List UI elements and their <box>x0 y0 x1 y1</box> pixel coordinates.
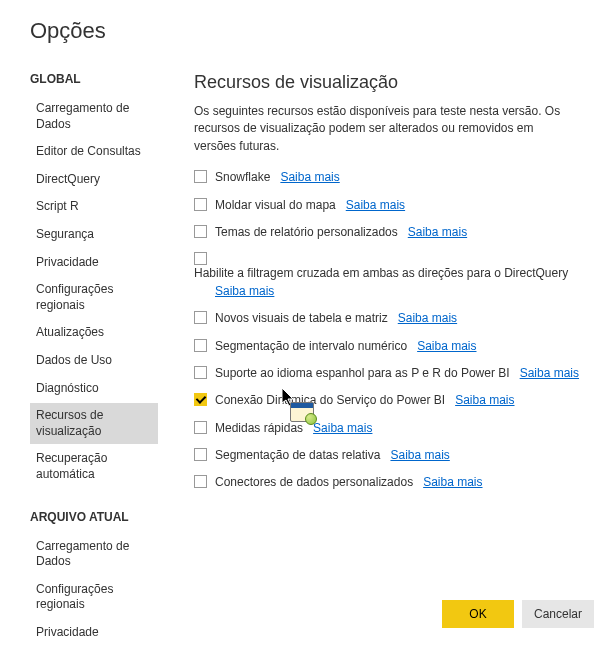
dialog-footer: OK Cancelar <box>442 600 594 628</box>
feature-label: Moldar visual do mapa <box>215 197 336 214</box>
sidebar-section-arquivo-atual: ARQUIVO ATUAL <box>30 510 158 524</box>
sidebar-item-file-privacidade[interactable]: Privacidade <box>30 620 158 646</box>
learn-more-link[interactable]: Saiba mais <box>455 392 514 409</box>
feature-filtragem-cruzada: Habilite a filtragem cruzada em ambas as… <box>194 251 594 300</box>
content-area: GLOBAL Carregamento de Dados Editor de C… <box>0 72 612 646</box>
sidebar: GLOBAL Carregamento de Dados Editor de C… <box>0 72 158 646</box>
feature-label: Conectores de dados personalizados <box>215 474 413 491</box>
learn-more-link[interactable]: Saiba mais <box>280 169 339 186</box>
feature-segmentacao-numerico: Segmentação de intervalo numérico Saiba … <box>194 338 594 355</box>
dialog-title: Opções <box>0 0 612 44</box>
sidebar-item-editor-consultas[interactable]: Editor de Consultas <box>30 139 158 165</box>
learn-more-link[interactable]: Saiba mais <box>520 365 579 382</box>
feature-snowflake: Snowflake Saiba mais <box>194 169 594 186</box>
main-title: Recursos de visualização <box>194 72 594 93</box>
feature-conectores: Conectores de dados personalizados Saiba… <box>194 474 594 491</box>
sidebar-item-atualizacoes[interactable]: Atualizações <box>30 320 158 346</box>
checkbox-temas[interactable] <box>194 225 207 238</box>
main-description: Os seguintes recursos estão disponíveis … <box>194 103 574 155</box>
sidebar-item-dados-uso[interactable]: Dados de Uso <box>30 348 158 374</box>
sidebar-item-config-regionais[interactable]: Configurações regionais <box>30 277 158 318</box>
sidebar-item-recuperacao-auto[interactable]: Recuperação automática <box>30 446 158 487</box>
feature-label: Temas de relatório personalizados <box>215 224 398 241</box>
main-panel: Recursos de visualização Os seguintes re… <box>158 72 612 646</box>
feature-label: Habilite a filtragem cruzada em ambas as… <box>194 265 568 282</box>
checkbox-conectores[interactable] <box>194 475 207 488</box>
checkbox-moldar-visual[interactable] <box>194 198 207 211</box>
feature-novos-visuais: Novos visuais de tabela e matriz Saiba m… <box>194 310 594 327</box>
sidebar-item-diagnostico[interactable]: Diagnóstico <box>30 376 158 402</box>
sidebar-item-carregamento-dados[interactable]: Carregamento de Dados <box>30 96 158 137</box>
checkbox-segm-datas[interactable] <box>194 448 207 461</box>
feature-moldar-visual: Moldar visual do mapa Saiba mais <box>194 197 594 214</box>
feature-label: Medidas rápidas <box>215 420 303 437</box>
learn-more-link[interactable]: Saiba mais <box>417 338 476 355</box>
ok-button[interactable]: OK <box>442 600 514 628</box>
checkbox-conexao-dinamica[interactable] <box>194 393 207 406</box>
checkbox-segm-num[interactable] <box>194 339 207 352</box>
sidebar-item-script-r[interactable]: Script R <box>30 194 158 220</box>
feature-label: Segmentação de datas relativa <box>215 447 380 464</box>
learn-more-link[interactable]: Saiba mais <box>313 420 372 437</box>
feature-medidas-rapidas: Medidas rápidas Saiba mais <box>194 420 594 437</box>
learn-more-link[interactable]: Saiba mais <box>398 310 457 327</box>
feature-label: Novos visuais de tabela e matriz <box>215 310 388 327</box>
feature-temas-relatorio: Temas de relatório personalizados Saiba … <box>194 224 594 241</box>
learn-more-link[interactable]: Saiba mais <box>390 447 449 464</box>
checkbox-espanhol[interactable] <box>194 366 207 379</box>
feature-suporte-espanhol: Suporte ao idioma espanhol para as P e R… <box>194 365 594 382</box>
feature-label: Suporte ao idioma espanhol para as P e R… <box>215 365 510 382</box>
sidebar-item-seguranca[interactable]: Segurança <box>30 222 158 248</box>
feature-segm-datas: Segmentação de datas relativa Saiba mais <box>194 447 594 464</box>
checkbox-snowflake[interactable] <box>194 170 207 183</box>
feature-label: Segmentação de intervalo numérico <box>215 338 407 355</box>
sidebar-item-file-config-regionais[interactable]: Configurações regionais <box>30 577 158 618</box>
feature-label: Snowflake <box>215 169 270 186</box>
checkbox-novos-visuais[interactable] <box>194 311 207 324</box>
learn-more-link[interactable]: Saiba mais <box>346 197 405 214</box>
learn-more-link[interactable]: Saiba mais <box>215 283 274 300</box>
checkbox-medidas[interactable] <box>194 421 207 434</box>
feature-label: Conexão Dinâmica do Serviço do Power BI <box>215 392 445 409</box>
sidebar-item-privacidade[interactable]: Privacidade <box>30 250 158 276</box>
sidebar-item-file-carregamento[interactable]: Carregamento de Dados <box>30 534 158 575</box>
learn-more-link[interactable]: Saiba mais <box>408 224 467 241</box>
sidebar-section-global: GLOBAL <box>30 72 158 86</box>
checkbox-filtragem[interactable] <box>194 252 207 265</box>
sidebar-item-directquery[interactable]: DirectQuery <box>30 167 158 193</box>
feature-conexao-dinamica: Conexão Dinâmica do Serviço do Power BI … <box>194 392 594 409</box>
sidebar-item-recursos-visualizacao[interactable]: Recursos de visualização <box>30 403 158 444</box>
learn-more-link[interactable]: Saiba mais <box>423 474 482 491</box>
cancel-button[interactable]: Cancelar <box>522 600 594 628</box>
